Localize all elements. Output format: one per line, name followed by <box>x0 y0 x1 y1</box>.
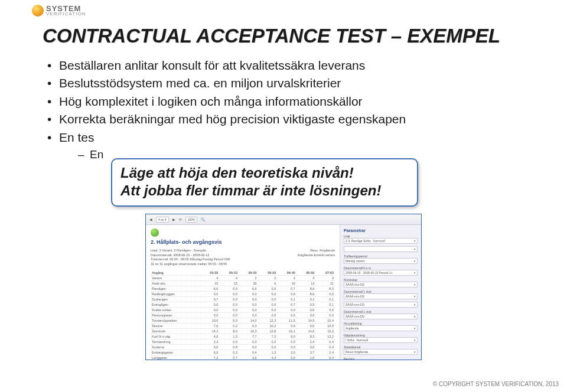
row-label: Sksone <box>151 323 200 328</box>
row-label: Karl IX:s väg <box>151 334 200 339</box>
param-input[interactable]: Mäning varann <box>344 258 418 264</box>
table-row: Sodrangen0,70,00,00,00,10,10,1 <box>151 296 335 302</box>
meta-line: Linje: 2 Variant: 3 Ramågen - Svaspån <box>151 249 206 253</box>
param-input[interactable]: ÅÅÅÅ-mm-DD <box>344 282 418 288</box>
zoom-indicator: 100% <box>185 217 198 223</box>
refresh-icon[interactable]: ⟳ <box>179 217 182 221</box>
page-indicator: 4 av 4 <box>156 217 169 223</box>
table-row: Entingågen0,00,00,00,00,70,50,1 <box>151 302 335 307</box>
row-label: Radångbryggen <box>151 291 200 296</box>
table-row: Radångbryggen0,00,00,00,60,68,60,0 <box>151 291 335 296</box>
table-row: Storsbokt14,28,016,312,816,114,616,2 <box>151 328 335 334</box>
col-label: Avgång <box>151 270 200 276</box>
table-row: Ramågen6,60,06,60,00,78,68,0 <box>151 286 335 291</box>
search-icon[interactable]: 🔍 <box>201 217 205 221</box>
slide-content: CONTRACTUAL ACCEPTANCE TEST – EXEMPEL Be… <box>43 25 524 163</box>
row-label: Antal obs. <box>151 280 200 286</box>
page-title: CONTRACTUAL ACCEPTANCE TEST – EXEMPEL <box>43 25 524 47</box>
col-head: 06:50 <box>296 270 316 276</box>
callout-line1: Läge att höja den teoretiska nivån! <box>120 164 409 182</box>
callout-line2: Att jobba fler timmar är inte lösningen! <box>120 182 409 200</box>
param-input[interactable]: Avgående <box>344 325 418 331</box>
table-row: Sodarna0,00,80,00,00,03,00,4 <box>151 344 335 349</box>
param-input[interactable]: ÅÅÅÅ-mm-DD <box>344 302 418 308</box>
logo-mark-icon <box>32 5 44 17</box>
embedded-app-screenshot: ◀ 4 av 4 ▶ ⟳ 100% 🔍 2. Hållplats- och av… <box>145 214 422 360</box>
report-heading: 2. Hållplats- och avgångsvis <box>151 239 335 245</box>
callout-box: Läge att höja den teoretiska nivån! Att … <box>111 158 418 207</box>
param-field: Resötyp3 Ramågen · Svaspån Prov 7.65 34,… <box>344 357 418 360</box>
col-head: 06:30 <box>258 270 278 276</box>
report-table: Avgång 05:30 05:10 06:20 06:30 06:40 06:… <box>151 270 335 360</box>
table-row: Sksone7,60,20,310,20,90,010,0 <box>151 323 335 328</box>
col-head: 05:10 <box>219 270 239 276</box>
parameters-panel: Parametrar Linje2 3. Ramåge Söfka · Norm… <box>340 225 421 360</box>
meta-line: Reso. Avtgående <box>310 249 335 253</box>
param-field <box>344 246 418 252</box>
param-input[interactable]: Resor Avtgående <box>344 349 418 355</box>
bullet-list: Beställaren anlitar konsult för att kval… <box>43 57 524 163</box>
param-input[interactable] <box>344 246 418 252</box>
table-row: Perstorppatan0,00,00,00,00,00,00,0 <box>151 312 335 318</box>
param-field: Datumintervall fr.o.m2008-06-15 · 2008-0… <box>344 266 418 276</box>
row-label: Embergsgatan <box>151 349 200 355</box>
table-row: Langgatan7,20,73,64,40,01,06,4 <box>151 355 335 360</box>
row-label: Sodarna <box>151 344 200 349</box>
app-toolbar: ◀ 4 av 4 ▶ ⟳ 100% 🔍 <box>146 214 421 225</box>
bullet-item: Beslutsstödsystem med ca. en miljon urva… <box>45 74 524 92</box>
param-input[interactable]: I Söfta · Normvoll <box>344 337 418 343</box>
bullet-item: Beställaren anlitar konsult för att kval… <box>45 57 524 74</box>
param-input[interactable]: 2008-06-15 · 2008-06-15 Periodt 1:t <box>344 270 418 276</box>
panel-title: Parametrar <box>344 228 418 233</box>
row-label: Svaba ovittes <box>151 307 200 312</box>
param-input[interactable]: 2 3. Ramåge Söfka · Normvoll <box>344 238 418 244</box>
report-meta: Linje: 2 Variant: 3 Ramågen - Svaspån Re… <box>151 249 335 267</box>
table-row: Svaba ovittes0,00,00,00,00,00,00,0 <box>151 307 335 312</box>
param-field: Datumintervall 1 sluttÅÅÅÅ-mm-DD <box>344 310 418 319</box>
status-dot-icon <box>151 228 159 237</box>
logo-text: SYSTEM VERIFICATION <box>46 5 86 17</box>
brand-logo: SYSTEM VERIFICATION <box>32 5 86 17</box>
meta-line: Avtgående Enskild variant <box>298 253 335 258</box>
param-field: ÅÅÅÅ-mm-DD <box>344 302 418 308</box>
row-label: Torstamöpparken <box>151 318 200 323</box>
row-label: Tennlandring <box>151 339 200 344</box>
table-row: Variant 4 4 2 2 2 3 2 <box>151 275 335 280</box>
table-row: Embergsgatan6,00,30,41,33,03,72,4 <box>151 349 335 355</box>
nav-next-icon[interactable]: ▶ <box>172 217 175 221</box>
param-field: Datumintervall 1 sluttÅÅÅÅ-mm-DD <box>344 290 418 299</box>
bullet-item: Hög komplexitet i logiken och många info… <box>45 93 524 110</box>
col-head: 05:30 <box>200 270 220 276</box>
table-row: Torstamöpparken10,00,014,012,311,514,510… <box>151 318 335 323</box>
table-header-row: Avgång 05:30 05:10 06:20 06:30 06:40 06:… <box>151 270 335 276</box>
col-head: 06:20 <box>239 270 258 276</box>
logo-line2: VERIFICATION <box>46 12 86 16</box>
copyright-footer: © COPYRIGHT SYSTEM VERIFICATION, 2013 <box>433 381 559 387</box>
param-field: Linje2 3. Ramåge Söfka · Normvoll <box>344 234 418 244</box>
meta-line: 31 av 31 avgångar observerade mellan 05:… <box>151 262 335 267</box>
param-field: HuvudriktningAvgående <box>344 322 418 331</box>
param-field: KlockskapÅÅÅÅ-mm-DD <box>344 278 418 288</box>
table-row: Tennlandring2,30,00,00,00,02,40,4 <box>151 339 335 344</box>
app-body: 2. Hållplats- och avgångsvis Linje: 2 Va… <box>146 225 421 360</box>
row-label: Sodrangen <box>151 296 200 302</box>
row-label: Perstorppatan <box>151 312 200 318</box>
meta-line: Datumintervall: 2008-06-15 - 2008-06-12 <box>151 253 209 258</box>
nav-prev-icon[interactable]: ◀ <box>149 217 152 221</box>
bullet-item: Korrekta beräkningar med hög precision v… <box>45 110 524 128</box>
row-label: Langgatan <box>151 355 200 360</box>
param-input[interactable]: ÅÅÅÅ-mm-DD <box>344 313 418 319</box>
row-label: Storsbokt <box>151 328 200 334</box>
param-label: Resötyp <box>344 357 418 360</box>
meta-line: Tidsintervall: 06:00 - 08:05 Måndag-Fred… <box>151 257 335 262</box>
param-input[interactable]: ÅÅÅÅ-mm-DD <box>344 293 418 299</box>
report-area: 2. Hållplats- och avgångsvis Linje: 2 Va… <box>146 225 340 360</box>
col-head: 07:02 <box>315 270 335 276</box>
table-row: Karl IX:s väg4,01,57,77,29,08,313,2 <box>151 334 335 339</box>
col-head: 06:40 <box>277 270 296 276</box>
row-label: Variant <box>151 275 200 280</box>
param-field: TrafikeringsperiodMäning varann <box>344 254 418 264</box>
row-label: Entingågen <box>151 302 200 307</box>
bullet-text: En tes <box>59 130 94 144</box>
table-row: Antal obs. 15 15 26 6 19 13 21 <box>151 280 335 286</box>
